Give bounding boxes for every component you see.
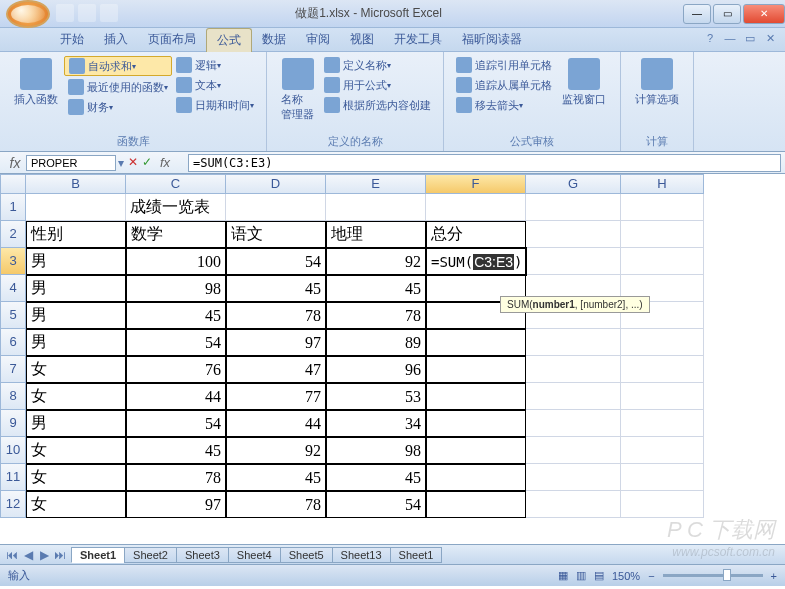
cell-D3[interactable]: 54	[226, 248, 326, 275]
ribbon-recent-button[interactable]: 最近使用的函数 ▾	[64, 78, 172, 96]
cell-H3[interactable]	[621, 248, 704, 275]
cell-C3[interactable]: 100	[126, 248, 226, 275]
cell-H1[interactable]	[621, 194, 704, 221]
sheet-tab-1[interactable]: Sheet2	[124, 547, 177, 563]
cell-B12[interactable]: 女	[26, 491, 126, 518]
view-pagebreak-icon[interactable]: ▤	[594, 569, 604, 582]
doc-close-button[interactable]: ✕	[761, 32, 779, 48]
row-header-2[interactable]: 2	[0, 221, 26, 248]
cell-E11[interactable]: 45	[326, 464, 426, 491]
cell-C9[interactable]: 54	[126, 410, 226, 437]
cell-B7[interactable]: 女	[26, 356, 126, 383]
cell-G2[interactable]	[526, 221, 621, 248]
tab-nav-prev-icon[interactable]: ◀	[20, 548, 36, 562]
cell-C2[interactable]: 数学	[126, 221, 226, 248]
cell-B4[interactable]: 男	[26, 275, 126, 302]
menu-tab-7[interactable]: 开发工具	[384, 28, 452, 52]
cell-H12[interactable]	[621, 491, 704, 518]
sheet-tab-2[interactable]: Sheet3	[176, 547, 229, 563]
cell-E7[interactable]: 96	[326, 356, 426, 383]
cell-C10[interactable]: 45	[126, 437, 226, 464]
zoom-level[interactable]: 150%	[612, 570, 640, 582]
zoom-slider[interactable]	[663, 574, 763, 577]
cell-H8[interactable]	[621, 383, 704, 410]
cell-H10[interactable]	[621, 437, 704, 464]
cell-D10[interactable]: 92	[226, 437, 326, 464]
cell-F7[interactable]	[426, 356, 526, 383]
fx-icon[interactable]: fx	[4, 155, 26, 171]
row-header-1[interactable]: 1	[0, 194, 26, 221]
sheet-tab-6[interactable]: Sheet1	[390, 547, 443, 563]
zoom-out-button[interactable]: −	[648, 570, 654, 582]
cell-B10[interactable]: 女	[26, 437, 126, 464]
col-header-D[interactable]: D	[226, 174, 326, 194]
zoom-in-button[interactable]: +	[771, 570, 777, 582]
cell-D12[interactable]: 78	[226, 491, 326, 518]
cell-E3[interactable]: 92	[326, 248, 426, 275]
cell-H6[interactable]	[621, 329, 704, 356]
row-header-8[interactable]: 8	[0, 383, 26, 410]
cell-C1[interactable]: 成绩一览表	[126, 194, 226, 221]
ribbon-date-button[interactable]: 日期和时间 ▾	[172, 96, 258, 114]
cell-D8[interactable]: 77	[226, 383, 326, 410]
ribbon-name-mgr-button[interactable]: 名称管理器	[275, 56, 320, 132]
cell-G6[interactable]	[526, 329, 621, 356]
cell-B2[interactable]: 性别	[26, 221, 126, 248]
row-header-4[interactable]: 4	[0, 275, 26, 302]
cell-B6[interactable]: 男	[26, 329, 126, 356]
col-header-E[interactable]: E	[326, 174, 426, 194]
minimize-button[interactable]: —	[683, 4, 711, 24]
cell-H9[interactable]	[621, 410, 704, 437]
cell-E1[interactable]	[326, 194, 426, 221]
cell-B5[interactable]: 男	[26, 302, 126, 329]
cell-F1[interactable]	[426, 194, 526, 221]
ribbon-finance-button[interactable]: 财务 ▾	[64, 98, 172, 116]
maximize-button[interactable]: ▭	[713, 4, 741, 24]
cell-D4[interactable]: 45	[226, 275, 326, 302]
doc-minimize-button[interactable]: —	[721, 32, 739, 48]
cell-D1[interactable]	[226, 194, 326, 221]
sheet-tab-0[interactable]: Sheet1	[71, 547, 125, 563]
cell-C11[interactable]: 78	[126, 464, 226, 491]
office-button[interactable]	[6, 0, 50, 28]
cell-D7[interactable]: 47	[226, 356, 326, 383]
cell-F12[interactable]	[426, 491, 526, 518]
cell-E12[interactable]: 54	[326, 491, 426, 518]
cell-G9[interactable]	[526, 410, 621, 437]
menu-tab-0[interactable]: 开始	[50, 28, 94, 52]
cell-C6[interactable]: 54	[126, 329, 226, 356]
menu-tab-5[interactable]: 审阅	[296, 28, 340, 52]
sheet-tab-4[interactable]: Sheet5	[280, 547, 333, 563]
qat-save-icon[interactable]	[56, 4, 74, 22]
cell-G8[interactable]	[526, 383, 621, 410]
cell-D2[interactable]: 语文	[226, 221, 326, 248]
cell-D6[interactable]: 97	[226, 329, 326, 356]
menu-tab-8[interactable]: 福昕阅读器	[452, 28, 532, 52]
tab-nav-last-icon[interactable]: ⏭	[52, 548, 68, 562]
ribbon-watch-button[interactable]: 监视窗口	[556, 56, 612, 132]
cancel-formula-icon[interactable]: ✕	[128, 155, 138, 170]
accept-formula-icon[interactable]: ✓	[142, 155, 152, 170]
menu-tab-6[interactable]: 视图	[340, 28, 384, 52]
sheet-tab-5[interactable]: Sheet13	[332, 547, 391, 563]
cell-C7[interactable]: 76	[126, 356, 226, 383]
doc-restore-button[interactable]: ▭	[741, 32, 759, 48]
cell-D5[interactable]: 78	[226, 302, 326, 329]
worksheet-grid[interactable]: BCDEFGH 1成绩一览表2性别数学语文地理总分3男1005492=SUM(C…	[0, 174, 785, 544]
ribbon-use-button[interactable]: 用于公式 ▾	[320, 76, 435, 94]
menu-tab-3[interactable]: 公式	[206, 28, 252, 52]
row-header-12[interactable]: 12	[0, 491, 26, 518]
cell-G7[interactable]	[526, 356, 621, 383]
menu-tab-4[interactable]: 数据	[252, 28, 296, 52]
cell-H7[interactable]	[621, 356, 704, 383]
qat-undo-icon[interactable]	[78, 4, 96, 22]
ribbon-sum-button[interactable]: 自动求和 ▾	[64, 56, 172, 76]
cell-E6[interactable]: 89	[326, 329, 426, 356]
ribbon-remove-button[interactable]: 移去箭头 ▾	[452, 96, 556, 114]
row-header-10[interactable]: 10	[0, 437, 26, 464]
cell-F6[interactable]	[426, 329, 526, 356]
ribbon-text-button[interactable]: 文本 ▾	[172, 76, 258, 94]
col-header-C[interactable]: C	[126, 174, 226, 194]
cell-C12[interactable]: 97	[126, 491, 226, 518]
cell-C8[interactable]: 44	[126, 383, 226, 410]
